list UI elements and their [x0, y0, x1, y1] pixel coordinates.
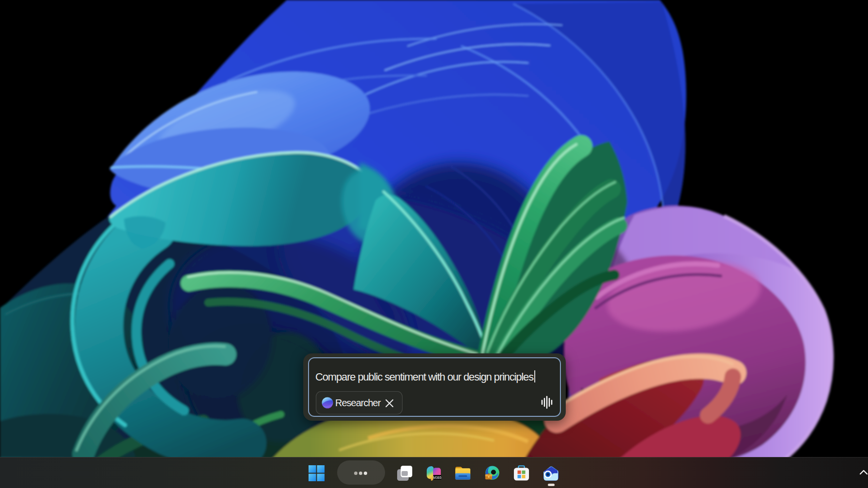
svg-text:M365: M365: [433, 476, 441, 479]
